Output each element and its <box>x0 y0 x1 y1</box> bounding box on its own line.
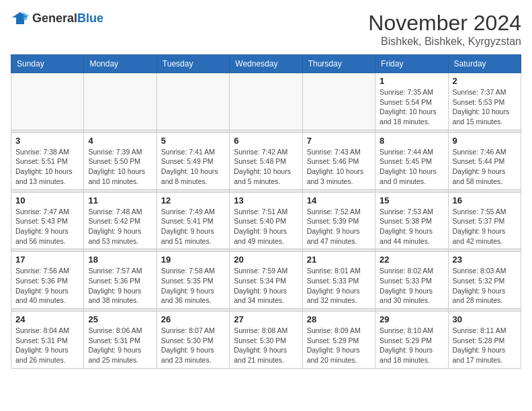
day-info: Sunrise: 8:10 AM Sunset: 5:29 PM Dayligh… <box>380 326 443 365</box>
calendar-header-saturday: Saturday <box>448 55 521 73</box>
calendar-cell <box>11 73 84 130</box>
day-number: 7 <box>307 136 371 146</box>
calendar-cell: 12Sunrise: 7:49 AM Sunset: 5:41 PM Dayli… <box>157 192 229 249</box>
month-title: November 2024 <box>368 11 521 36</box>
day-info: Sunrise: 8:01 AM Sunset: 5:33 PM Dayligh… <box>307 266 371 306</box>
calendar-cell: 24Sunrise: 8:04 AM Sunset: 5:31 PM Dayli… <box>11 312 84 369</box>
day-info: Sunrise: 7:56 AM Sunset: 5:36 PM Dayligh… <box>15 266 79 306</box>
day-number: 4 <box>88 136 152 146</box>
calendar-cell: 16Sunrise: 7:55 AM Sunset: 5:37 PM Dayli… <box>448 192 521 249</box>
calendar-week-row: 24Sunrise: 8:04 AM Sunset: 5:31 PM Dayli… <box>11 312 521 369</box>
calendar-cell: 29Sunrise: 8:10 AM Sunset: 5:29 PM Dayli… <box>375 312 448 369</box>
day-number: 6 <box>234 136 298 146</box>
logo-text-blue: Blue <box>77 11 103 25</box>
day-number: 23 <box>453 255 517 265</box>
day-number: 21 <box>307 255 371 265</box>
day-info: Sunrise: 8:08 AM Sunset: 5:30 PM Dayligh… <box>234 326 298 365</box>
day-number: 22 <box>380 255 443 265</box>
day-info: Sunrise: 7:44 AM Sunset: 5:45 PM Dayligh… <box>380 147 443 187</box>
day-info: Sunrise: 7:59 AM Sunset: 5:34 PM Dayligh… <box>234 266 298 306</box>
logo: GeneralBlue <box>11 11 103 26</box>
calendar-week-row: 10Sunrise: 7:47 AM Sunset: 5:43 PM Dayli… <box>11 192 521 249</box>
calendar-cell: 14Sunrise: 7:52 AM Sunset: 5:39 PM Dayli… <box>302 192 375 249</box>
day-number: 15 <box>380 195 443 205</box>
day-number: 26 <box>161 314 225 324</box>
calendar-cell: 25Sunrise: 8:06 AM Sunset: 5:31 PM Dayli… <box>84 312 157 369</box>
day-number: 2 <box>453 76 517 86</box>
day-info: Sunrise: 7:41 AM Sunset: 5:49 PM Dayligh… <box>161 147 225 187</box>
day-number: 9 <box>453 136 517 146</box>
calendar-header-wednesday: Wednesday <box>230 55 302 73</box>
calendar-cell: 4Sunrise: 7:39 AM Sunset: 5:50 PM Daylig… <box>84 132 157 189</box>
calendar-cell: 23Sunrise: 8:03 AM Sunset: 5:32 PM Dayli… <box>448 252 521 309</box>
day-info: Sunrise: 8:03 AM Sunset: 5:32 PM Dayligh… <box>453 266 517 306</box>
day-number: 25 <box>88 314 152 324</box>
calendar-cell <box>84 73 157 130</box>
day-info: Sunrise: 7:53 AM Sunset: 5:38 PM Dayligh… <box>380 207 443 246</box>
calendar-header-friday: Friday <box>375 55 448 73</box>
logo-icon <box>11 11 30 26</box>
day-info: Sunrise: 7:46 AM Sunset: 5:44 PM Dayligh… <box>453 147 517 187</box>
calendar-header-thursday: Thursday <box>302 55 375 73</box>
calendar-cell: 19Sunrise: 7:58 AM Sunset: 5:35 PM Dayli… <box>157 252 229 309</box>
day-info: Sunrise: 7:43 AM Sunset: 5:46 PM Dayligh… <box>307 147 371 187</box>
calendar-week-row: 3Sunrise: 7:38 AM Sunset: 5:51 PM Daylig… <box>11 132 521 189</box>
calendar-cell: 18Sunrise: 7:57 AM Sunset: 5:36 PM Dayli… <box>84 252 157 309</box>
day-number: 19 <box>161 255 225 265</box>
day-number: 11 <box>88 195 152 205</box>
day-info: Sunrise: 8:11 AM Sunset: 5:28 PM Dayligh… <box>453 326 517 365</box>
day-info: Sunrise: 7:38 AM Sunset: 5:51 PM Dayligh… <box>15 147 79 187</box>
calendar-cell: 3Sunrise: 7:38 AM Sunset: 5:51 PM Daylig… <box>11 132 84 189</box>
day-number: 18 <box>88 255 152 265</box>
day-info: Sunrise: 7:37 AM Sunset: 5:53 PM Dayligh… <box>453 87 517 127</box>
day-info: Sunrise: 7:39 AM Sunset: 5:50 PM Dayligh… <box>88 147 152 187</box>
calendar-cell: 28Sunrise: 8:09 AM Sunset: 5:29 PM Dayli… <box>302 312 375 369</box>
day-info: Sunrise: 7:58 AM Sunset: 5:35 PM Dayligh… <box>161 266 225 306</box>
day-info: Sunrise: 7:52 AM Sunset: 5:39 PM Dayligh… <box>307 207 371 246</box>
day-number: 12 <box>161 195 225 205</box>
day-info: Sunrise: 8:02 AM Sunset: 5:33 PM Dayligh… <box>380 266 443 306</box>
calendar-cell: 6Sunrise: 7:42 AM Sunset: 5:48 PM Daylig… <box>230 132 302 189</box>
day-info: Sunrise: 7:42 AM Sunset: 5:48 PM Dayligh… <box>234 147 298 187</box>
day-number: 20 <box>234 255 298 265</box>
calendar-cell: 2Sunrise: 7:37 AM Sunset: 5:53 PM Daylig… <box>448 73 521 130</box>
day-number: 1 <box>380 76 443 86</box>
calendar-cell: 22Sunrise: 8:02 AM Sunset: 5:33 PM Dayli… <box>375 252 448 309</box>
day-info: Sunrise: 7:51 AM Sunset: 5:40 PM Dayligh… <box>234 207 298 246</box>
calendar-cell <box>157 73 229 130</box>
day-number: 13 <box>234 195 298 205</box>
day-info: Sunrise: 7:55 AM Sunset: 5:37 PM Dayligh… <box>453 207 517 246</box>
calendar-cell: 13Sunrise: 7:51 AM Sunset: 5:40 PM Dayli… <box>230 192 302 249</box>
day-number: 3 <box>15 136 79 146</box>
calendar-cell <box>230 73 302 130</box>
calendar-cell: 7Sunrise: 7:43 AM Sunset: 5:46 PM Daylig… <box>302 132 375 189</box>
calendar-body: 1Sunrise: 7:35 AM Sunset: 5:54 PM Daylig… <box>11 73 521 369</box>
calendar-cell: 21Sunrise: 8:01 AM Sunset: 5:33 PM Dayli… <box>302 252 375 309</box>
page-header: GeneralBlue November 2024 Bishkek, Bishk… <box>11 11 521 48</box>
calendar-table: SundayMondayTuesdayWednesdayThursdayFrid… <box>11 54 521 369</box>
day-info: Sunrise: 8:06 AM Sunset: 5:31 PM Dayligh… <box>88 326 152 365</box>
calendar-cell: 11Sunrise: 7:48 AM Sunset: 5:42 PM Dayli… <box>84 192 157 249</box>
day-number: 17 <box>15 255 79 265</box>
location-title: Bishkek, Bishkek, Kyrgyzstan <box>368 36 521 48</box>
calendar-cell: 30Sunrise: 8:11 AM Sunset: 5:28 PM Dayli… <box>448 312 521 369</box>
calendar-cell: 9Sunrise: 7:46 AM Sunset: 5:44 PM Daylig… <box>448 132 521 189</box>
calendar-cell: 1Sunrise: 7:35 AM Sunset: 5:54 PM Daylig… <box>375 73 448 130</box>
calendar-cell <box>302 73 375 130</box>
day-info: Sunrise: 7:35 AM Sunset: 5:54 PM Dayligh… <box>380 87 443 127</box>
calendar-header-row: SundayMondayTuesdayWednesdayThursdayFrid… <box>11 55 521 73</box>
day-info: Sunrise: 7:48 AM Sunset: 5:42 PM Dayligh… <box>88 207 152 246</box>
calendar-cell: 10Sunrise: 7:47 AM Sunset: 5:43 PM Dayli… <box>11 192 84 249</box>
logo-text-general: General <box>32 11 77 25</box>
day-number: 16 <box>453 195 517 205</box>
title-area: November 2024 Bishkek, Bishkek, Kyrgyzst… <box>368 11 521 48</box>
calendar-header-tuesday: Tuesday <box>157 55 229 73</box>
calendar-cell: 17Sunrise: 7:56 AM Sunset: 5:36 PM Dayli… <box>11 252 84 309</box>
calendar-cell: 20Sunrise: 7:59 AM Sunset: 5:34 PM Dayli… <box>230 252 302 309</box>
calendar-week-row: 17Sunrise: 7:56 AM Sunset: 5:36 PM Dayli… <box>11 252 521 309</box>
day-info: Sunrise: 8:09 AM Sunset: 5:29 PM Dayligh… <box>307 326 371 365</box>
day-number: 28 <box>307 314 371 324</box>
calendar-header-monday: Monday <box>84 55 157 73</box>
calendar-cell: 5Sunrise: 7:41 AM Sunset: 5:49 PM Daylig… <box>157 132 229 189</box>
day-info: Sunrise: 8:07 AM Sunset: 5:30 PM Dayligh… <box>161 326 225 365</box>
